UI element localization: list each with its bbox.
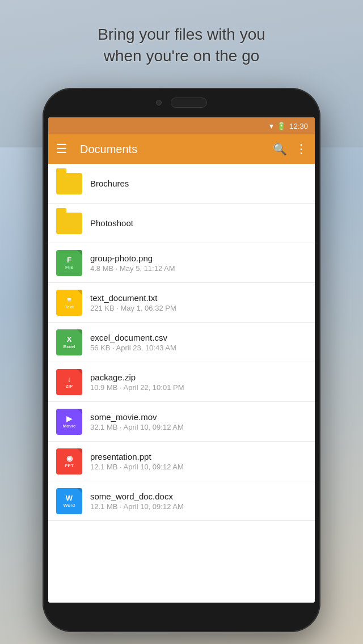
file-meta: 12.1 MB · April 10, 09:12 AM: [90, 502, 307, 511]
file-name: text_document.txt: [90, 293, 307, 303]
folder-icon: [56, 173, 82, 194]
file-name: excel_document.csv: [90, 333, 307, 342]
list-item[interactable]: ▶Moviesome_movie.mov32.1 MB · April 10, …: [48, 402, 315, 442]
file-info: Brochures: [90, 179, 307, 188]
menu-icon[interactable]: ☰: [56, 143, 67, 155]
list-item[interactable]: ↓ZIPpackage.zip10.9 MB · April 22, 10:01…: [48, 362, 315, 402]
list-item[interactable]: FFilegroup-photo.png4.8 MB · May 5, 11:1…: [48, 243, 315, 283]
status-icons: ▾ 🔋 12:30: [269, 121, 308, 130]
file-info: Photoshoot: [90, 218, 307, 228]
list-item[interactable]: XExcelexcel_document.csv56 KB · April 23…: [48, 323, 315, 362]
file-info: presentation.ppt12.1 MB · April 10, 09:1…: [90, 452, 307, 471]
file-name: presentation.ppt: [90, 452, 307, 461]
list-item[interactable]: Brochures: [48, 164, 315, 204]
status-bar: ▾ 🔋 12:30: [48, 117, 315, 134]
file-name: Brochures: [90, 179, 307, 188]
list-item[interactable]: Photoshoot: [48, 204, 315, 243]
file-list: BrochuresPhotoshootFFilegroup-photo.png4…: [48, 164, 315, 603]
file-info: some_movie.mov32.1 MB · April 10, 09:12 …: [90, 412, 307, 431]
phone-shell: ▾ 🔋 12:30 ☰ Documents 🔍 ⋮ BrochuresPhoto…: [43, 88, 320, 632]
file-info: group-photo.png4.8 MB · May 5, 11:12 AM: [90, 253, 307, 273]
file-name: Photoshoot: [90, 218, 307, 228]
wifi-icon: ▾: [269, 121, 273, 130]
file-info: excel_document.csv56 KB · April 23, 10:4…: [90, 333, 307, 352]
list-item[interactable]: ◉PPTpresentation.ppt12.1 MB · April 10, …: [48, 442, 315, 481]
file-name: package.zip: [90, 372, 307, 382]
file-meta: 10.9 MB · April 22, 10:01 PM: [90, 383, 307, 392]
file-meta: 4.8 MB · May 5, 11:12 AM: [90, 264, 307, 273]
file-name: some_word_doc.docx: [90, 492, 307, 501]
file-type-icon: XExcel: [56, 329, 82, 355]
speaker-grille: [171, 98, 207, 108]
file-type-icon: FFile: [56, 250, 82, 276]
file-type-icon: ▶Movie: [56, 409, 82, 435]
app-toolbar: ☰ Documents 🔍 ⋮: [48, 134, 315, 164]
phone-screen: ▾ 🔋 12:30 ☰ Documents 🔍 ⋮ BrochuresPhoto…: [48, 117, 315, 603]
list-item[interactable]: WWordsome_word_doc.docx12.1 MB · April 1…: [48, 481, 315, 521]
status-time: 12:30: [289, 122, 308, 130]
front-camera: [156, 100, 162, 105]
headline: Bring your files with you when you're on…: [0, 24, 363, 67]
file-meta: 12.1 MB · April 10, 09:12 AM: [90, 463, 307, 471]
file-type-icon: ≡Text: [56, 290, 82, 316]
battery-icon: 🔋: [277, 122, 286, 130]
file-info: text_document.txt221 KB · May 1, 06:32 P…: [90, 293, 307, 312]
folder-icon: [56, 213, 82, 234]
file-info: some_word_doc.docx12.1 MB · April 10, 09…: [90, 492, 307, 511]
search-icon[interactable]: 🔍: [273, 142, 287, 156]
file-meta: 56 KB · April 23, 10:43 AM: [90, 344, 307, 352]
file-info: package.zip10.9 MB · April 22, 10:01 PM: [90, 372, 307, 392]
more-options-icon[interactable]: ⋮: [295, 142, 307, 156]
list-item[interactable]: ≡Texttext_document.txt221 KB · May 1, 06…: [48, 283, 315, 323]
phone-top-bar: [43, 88, 320, 117]
file-meta: 32.1 MB · April 10, 09:12 AM: [90, 423, 307, 431]
toolbar-title: Documents: [80, 143, 265, 156]
file-type-icon: ↓ZIP: [56, 369, 82, 395]
file-type-icon: ◉PPT: [56, 448, 82, 474]
file-name: group-photo.png: [90, 253, 307, 263]
file-name: some_movie.mov: [90, 412, 307, 422]
file-meta: 221 KB · May 1, 06:32 PM: [90, 304, 307, 312]
file-type-icon: WWord: [56, 488, 82, 514]
